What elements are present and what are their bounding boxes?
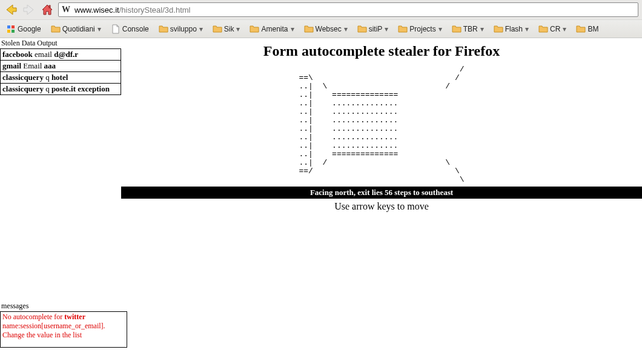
page-title: Form autocomplete stealer for Firefox — [121, 43, 642, 59]
svg-rect-1 — [7, 25, 10, 28]
messages-box: No autocomplete for twitter name:session… — [0, 311, 127, 348]
svg-rect-4 — [12, 30, 15, 33]
bookmark-item[interactable]: Console — [108, 23, 151, 35]
ascii-maze: / ==\ / ..| \ / ..| ============== ..| .… — [299, 65, 464, 184]
bookmark-item[interactable]: CR▾ — [536, 23, 569, 35]
bookmark-item[interactable]: sitiP▾ — [355, 23, 391, 35]
instructions: Use arrow keys to move — [121, 201, 642, 212]
table-row: classicquery q poste.it exception — [1, 84, 121, 95]
url-bar[interactable]: W www.wisec.it/historySteal/3d.html — [58, 2, 638, 17]
bookmark-item[interactable]: BM — [574, 23, 601, 35]
msg-twitter: twitter — [64, 313, 85, 321]
navigation-toolbar: W www.wisec.it/historySteal/3d.html — [0, 0, 642, 19]
url-input[interactable]: www.wisec.it/historySteal/3d.html — [74, 5, 635, 15]
msg-text: Change the value in the list — [2, 331, 82, 339]
left-column: Stolen Data Output facebook email d@df.r… — [0, 38, 121, 348]
page-content: Stolen Data Output facebook email d@df.r… — [0, 38, 642, 348]
status-bar: Facing north, exit lies 56 steps to sout… — [121, 187, 642, 199]
table-row: facebook email d@df.r — [1, 49, 121, 61]
bookmark-item[interactable]: Amenita▾ — [247, 23, 296, 35]
table-row: gmail Email aaa — [1, 61, 121, 72]
home-button[interactable] — [40, 2, 55, 17]
stolen-data-table: facebook email d@df.rgmail Email aaaclas… — [0, 48, 121, 95]
bookmark-item[interactable]: Flash▾ — [491, 23, 531, 35]
msg-text: name:session[username_or_email]. — [2, 322, 105, 330]
url-host: www.wisec.it — [74, 5, 119, 15]
bookmarks-toolbar: GoogleQuotidiani▾Consolesviluppo▾Sik▾Ame… — [0, 19, 642, 38]
svg-rect-0 — [49, 5, 50, 8]
svg-rect-3 — [7, 30, 10, 33]
table-row: classicquery q hotel — [1, 72, 121, 84]
bookmark-item[interactable]: Google — [4, 23, 44, 35]
bookmark-item[interactable]: Websec▾ — [302, 23, 350, 35]
bookmark-item[interactable]: Sik▾ — [210, 23, 243, 35]
right-column: Form autocomplete stealer for Firefox / … — [121, 38, 642, 348]
back-button[interactable] — [4, 2, 18, 17]
msg-text: No autocomplete for — [2, 313, 64, 321]
bookmark-item[interactable]: Quotidiani▾ — [48, 23, 104, 35]
site-favicon: W — [61, 5, 71, 15]
browser-chrome: W www.wisec.it/historySteal/3d.html Goog… — [0, 0, 642, 38]
forward-button[interactable] — [22, 2, 36, 17]
stolen-data-label: Stolen Data Output — [0, 38, 121, 48]
svg-rect-2 — [12, 25, 15, 28]
bookmark-item[interactable]: Projects▾ — [395, 23, 444, 35]
bookmark-item[interactable]: TBR▾ — [449, 23, 486, 35]
bookmark-item[interactable]: sviluppo▾ — [156, 23, 205, 35]
url-path: /historySteal/3d.html — [119, 5, 191, 15]
messages-label: messages — [0, 301, 121, 311]
